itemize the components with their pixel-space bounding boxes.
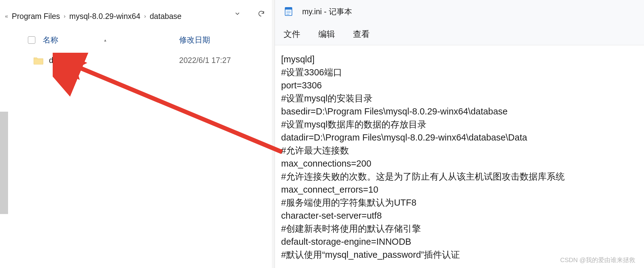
notepad-window: my.ini - 记事本 文件 编辑 查看 [mysqld] #设置3306端口…	[275, 0, 644, 268]
select-all-checkbox[interactable]	[28, 36, 35, 44]
chevron-right-icon: ›	[141, 13, 149, 20]
refresh-icon[interactable]	[258, 10, 265, 19]
text-editor-content[interactable]: [mysqld] #设置3306端口 port=3306 #设置mysql的安装…	[275, 45, 644, 261]
address-bar-actions	[234, 10, 265, 19]
scrollbar-strip[interactable]	[0, 112, 8, 214]
menu-file[interactable]: 文件	[284, 29, 300, 40]
breadcrumb: « Program Files › mysql-8.0.29-winx64 › …	[0, 9, 272, 24]
breadcrumb-item[interactable]: mysql-8.0.29-winx64	[69, 11, 141, 21]
svg-rect-1	[285, 7, 292, 10]
breadcrumb-item[interactable]: database	[149, 11, 182, 21]
watermark-text: CSDN @我的爱由谁来拯救	[560, 256, 635, 264]
titlebar[interactable]: my.ini - 记事本	[275, 0, 644, 23]
menu-view[interactable]: 查看	[353, 29, 370, 40]
file-name-label: data	[49, 56, 179, 65]
window-title: my.ini - 记事本	[302, 7, 352, 17]
sort-arrow-icon: ▴	[104, 38, 106, 42]
column-header-modified[interactable]: 修改日期	[179, 35, 210, 45]
chevron-right-icon: ›	[61, 13, 69, 20]
menu-edit[interactable]: 编辑	[318, 29, 335, 40]
column-header-name-label: 名称	[43, 35, 58, 45]
notepad-app-icon	[284, 7, 293, 16]
file-explorer-window: « Program Files › mysql-8.0.29-winx64 › …	[0, 0, 272, 268]
breadcrumb-overflow-icon[interactable]: «	[2, 13, 11, 20]
menubar: 文件 编辑 查看	[275, 23, 644, 45]
column-headers: 名称 ▴ 修改日期	[28, 35, 263, 45]
column-header-name[interactable]: 名称 ▴	[43, 35, 179, 45]
breadcrumb-item[interactable]: Program Files	[11, 11, 61, 21]
folder-icon	[33, 56, 43, 65]
file-modified-label: 2022/6/1 17:27	[179, 56, 231, 65]
chevron-down-icon[interactable]	[234, 10, 241, 19]
table-row[interactable]: data 2022/6/1 17:27	[33, 56, 263, 65]
